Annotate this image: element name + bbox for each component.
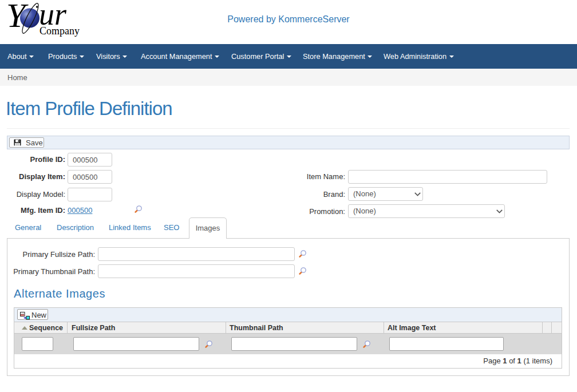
svg-text:Company: Company xyxy=(39,25,80,37)
